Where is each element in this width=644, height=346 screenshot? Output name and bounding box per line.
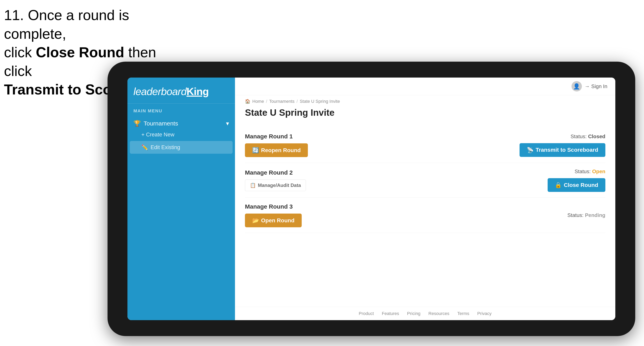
- breadcrumb-current: State U Spring Invite: [300, 99, 340, 104]
- breadcrumb-tournaments[interactable]: Tournaments: [269, 99, 294, 104]
- footer-product[interactable]: Product: [359, 311, 374, 316]
- sidebar-tournaments-label: Tournaments: [144, 120, 178, 127]
- tablet-device: leaderboardKing MAIN MENU 🏆 Tournaments …: [108, 62, 635, 336]
- trophy-icon: 🏆: [134, 120, 141, 127]
- topbar: 👤 → Sign In: [235, 78, 615, 95]
- sidebar-item-edit-existing[interactable]: ✏️ Edit Existing: [130, 141, 232, 154]
- logo-king: King: [186, 86, 209, 97]
- footer-terms[interactable]: Terms: [458, 311, 469, 316]
- edit-icon: ✏️: [142, 144, 148, 151]
- sidebar-item-tournaments[interactable]: 🏆 Tournaments ▾: [128, 116, 235, 129]
- logo-leaderboard: leaderboard: [134, 86, 186, 97]
- avatar: 👤: [572, 81, 582, 91]
- transmit-icon: 📡: [527, 147, 534, 153]
- round-3-title: Manage Round 3: [245, 203, 302, 210]
- round-1-title: Manage Round 1: [245, 133, 308, 140]
- footer-features[interactable]: Features: [382, 311, 399, 316]
- footer-resources[interactable]: Resources: [428, 311, 449, 316]
- sign-in-area[interactable]: 👤 → Sign In: [572, 81, 607, 91]
- main-content: 👤 → Sign In 🏠 Home / Tournaments / State…: [235, 78, 615, 320]
- manage-icon: 📋: [250, 182, 256, 188]
- reopen-round-button[interactable]: 🔄 Reopen Round: [245, 143, 308, 157]
- close-round-button[interactable]: 🔒 Close Round: [548, 178, 605, 192]
- round-2-section: Manage Round 2 📋 Manage/Audit Data Statu…: [245, 163, 605, 198]
- close-icon: 🔒: [555, 182, 562, 188]
- breadcrumb: 🏠 Home / Tournaments / State U Spring In…: [235, 95, 615, 106]
- transmit-scoreboard-button[interactable]: 📡 Transmit to Scoreboard: [520, 143, 605, 157]
- tablet-screen: leaderboardKing MAIN MENU 🏆 Tournaments …: [128, 78, 615, 320]
- footer-privacy[interactable]: Privacy: [477, 311, 492, 316]
- chevron-down-icon: ▾: [226, 120, 229, 127]
- round-2-title: Manage Round 2: [245, 169, 306, 176]
- breadcrumb-home[interactable]: Home: [252, 99, 264, 104]
- open-round-button[interactable]: 📂 Open Round: [245, 213, 302, 227]
- create-new-label: + Create New: [142, 132, 174, 138]
- round-2-status: Status: Open: [574, 169, 605, 174]
- page-title: State U Spring Invite: [245, 107, 605, 118]
- home-icon: 🏠: [245, 99, 250, 104]
- breadcrumb-sep-2: /: [296, 99, 298, 104]
- sidebar-item-create-new[interactable]: + Create New: [128, 129, 235, 141]
- footer: Product Features Pricing Resources Terms…: [235, 307, 615, 320]
- reopen-icon: 🔄: [252, 147, 259, 154]
- round-1-status: Status: Closed: [570, 133, 605, 140]
- round-3-status: Status: Pending: [567, 212, 605, 218]
- page-title-area: State U Spring Invite: [235, 106, 615, 124]
- content-area: Manage Round 1 🔄 Reopen Round Status: Cl…: [235, 124, 615, 307]
- footer-pricing[interactable]: Pricing: [407, 311, 420, 316]
- round-1-section: Manage Round 1 🔄 Reopen Round Status: Cl…: [245, 128, 605, 163]
- logo: leaderboardKing: [128, 78, 235, 104]
- breadcrumb-sep-1: /: [266, 99, 267, 104]
- manage-audit-button[interactable]: 📋 Manage/Audit Data: [245, 179, 306, 191]
- sign-in-label[interactable]: → Sign In: [585, 83, 607, 89]
- open-icon: 📂: [252, 217, 259, 224]
- menu-label: MAIN MENU: [128, 104, 235, 116]
- round-3-section: Manage Round 3 📂 Open Round Status: Pend…: [245, 198, 605, 233]
- sidebar: leaderboardKing MAIN MENU 🏆 Tournaments …: [128, 78, 235, 320]
- edit-existing-label: Edit Existing: [150, 144, 180, 151]
